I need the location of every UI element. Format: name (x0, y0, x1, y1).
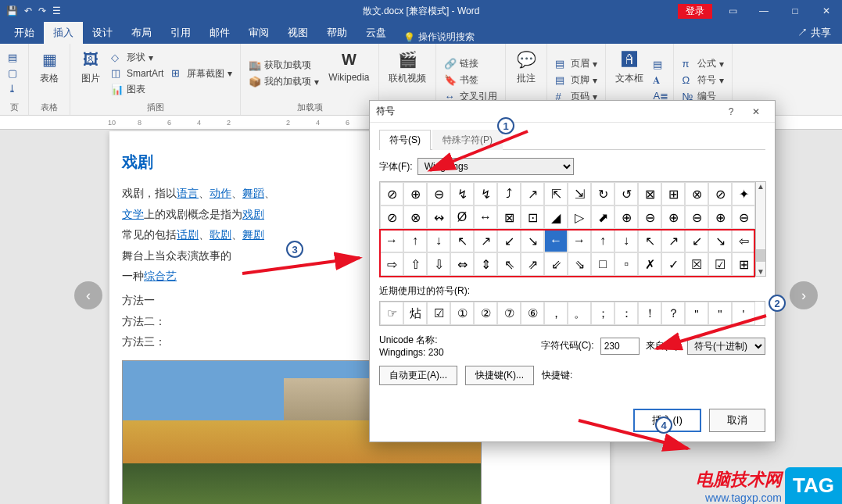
close-icon[interactable]: ✕ (811, 5, 842, 16)
symbol-cell[interactable]: ↖ (638, 229, 661, 252)
symbol-cell[interactable]: ↖ (450, 229, 474, 252)
symbol-cell[interactable]: ⊘ (708, 182, 732, 206)
tab-references[interactable]: 引用 (161, 22, 200, 44)
recent-symbol-cell[interactable]: 炶 (403, 302, 427, 325)
symbol-cell[interactable]: □ (591, 252, 614, 276)
symbol-cell[interactable]: ⊘ (380, 182, 403, 206)
symbol-cell[interactable]: ↑ (591, 229, 614, 252)
tab-insert[interactable]: 插入 (44, 22, 83, 44)
tell-me-search[interactable]: 💡 操作说明搜索 (403, 30, 475, 44)
symbol-cell[interactable]: ◢ (544, 206, 568, 229)
maximize-icon[interactable]: □ (779, 5, 811, 16)
table-button[interactable]: ▦ 表格 (35, 47, 63, 100)
symbol-cell[interactable]: ↓ (427, 229, 450, 252)
tab-cloud[interactable]: 云盘 (357, 22, 396, 44)
help-icon[interactable]: ? (718, 106, 743, 117)
recent-symbol-cell[interactable]: 。 (568, 302, 591, 325)
symbol-cell[interactable]: ⊕ (614, 206, 638, 229)
link-button[interactable]: 🔗链接 (442, 56, 499, 71)
symbol-cell[interactable]: ↗ (521, 182, 544, 206)
symbol-cell[interactable]: ⇧ (403, 252, 427, 276)
symbol-cell[interactable]: ▫ (614, 252, 638, 276)
quickparts-icon[interactable]: ▤ (651, 58, 667, 72)
symbol-cell[interactable]: ⇔ (450, 252, 474, 276)
tab-layout[interactable]: 布局 (122, 22, 161, 44)
dialog-close-icon[interactable]: ✕ (743, 106, 769, 117)
tab-help[interactable]: 帮助 (317, 22, 357, 44)
symbol-cell[interactable]: ▷ (568, 206, 591, 229)
symbol-cell[interactable]: ↘ (708, 229, 732, 252)
symbol-cell[interactable]: ✗ (638, 252, 661, 276)
symbol-cell[interactable]: ↘ (521, 229, 544, 252)
chart-button[interactable]: 📊图表 (109, 82, 165, 97)
symbol-cell[interactable]: ↯ (450, 182, 474, 206)
prev-image-icon[interactable]: ‹ (74, 281, 102, 309)
shapes-button[interactable]: ◇形状 ▾ (109, 50, 165, 65)
symbol-cell[interactable]: ↯ (474, 182, 497, 206)
wikipedia-button[interactable]: W Wikipedia (325, 47, 372, 100)
recent-symbol-cell[interactable]: ⑥ (521, 302, 544, 325)
symbol-cell[interactable]: ⊖ (427, 182, 450, 206)
bookmark-button[interactable]: 🔖书签 (442, 73, 499, 88)
smartart-button[interactable]: ◫SmartArt (109, 66, 165, 80)
symbol-cell[interactable]: ↙ (685, 229, 708, 252)
symbol-cell[interactable]: ↻ (591, 182, 614, 206)
symbol-cell[interactable]: ✦ (732, 182, 755, 206)
symbol-cell[interactable]: ⊠ (497, 206, 521, 229)
symbol-cell[interactable]: ⊞ (732, 252, 755, 276)
cancel-button[interactable]: 取消 (709, 409, 765, 432)
symbol-cell[interactable]: ⇦ (732, 229, 755, 252)
minimize-icon[interactable]: — (748, 5, 779, 16)
symbol-cell[interactable]: ⊗ (403, 206, 427, 229)
symbol-cell[interactable]: ↺ (614, 182, 638, 206)
symbol-cell[interactable]: ← (544, 229, 568, 252)
autocorrect-button[interactable]: 自动更正(A)... (379, 366, 457, 385)
symbol-cell[interactable]: ☑ (708, 252, 732, 276)
symbol-cell[interactable]: ↗ (474, 229, 497, 252)
recent-symbol-cell[interactable]: ☑ (427, 302, 450, 325)
blank-page-button[interactable]: ▢ (6, 66, 22, 80)
symbol-cell[interactable]: ⤴ (497, 182, 521, 206)
symbol-cell[interactable]: ⊕ (403, 182, 427, 206)
symbol-cell[interactable]: ⇲ (568, 182, 591, 206)
symbol-cell[interactable]: ↭ (427, 206, 450, 229)
char-code-input[interactable] (600, 338, 640, 355)
recent-symbol-cell[interactable]: ② (474, 302, 497, 325)
recent-symbol-cell[interactable]: ⑦ (497, 302, 521, 325)
symbol-cell[interactable]: Ø (450, 206, 474, 229)
ribbon-options-icon[interactable]: ▭ (717, 5, 748, 16)
tab-design[interactable]: 设计 (83, 22, 122, 44)
cover-page-button[interactable]: ▤ (6, 51, 22, 65)
screenshot-button[interactable]: ⊞屏幕截图 ▾ (170, 66, 234, 81)
wordart-icon[interactable]: 𝐀 (651, 73, 667, 88)
symbol-cell[interactable]: ⇖ (497, 252, 521, 276)
undo-icon[interactable]: ↶ (24, 5, 32, 16)
symbol-cell[interactable]: ✓ (661, 252, 685, 276)
symbol-cell[interactable]: ⊕ (708, 206, 732, 229)
login-button[interactable]: 登录 (678, 4, 712, 19)
symbol-cell[interactable]: ⊠ (638, 182, 661, 206)
symbol-cell[interactable]: ↓ (614, 229, 638, 252)
symbol-cell[interactable]: ⇘ (568, 252, 591, 276)
tab-home[interactable]: 开始 (5, 22, 44, 44)
symbol-cell[interactable]: ⊕ (661, 206, 685, 229)
symbol-cell[interactable]: ⬈ (591, 206, 614, 229)
recent-symbol-cell[interactable]: ☞ (380, 302, 403, 325)
save-icon[interactable]: 💾 (6, 5, 18, 16)
redo-icon[interactable]: ↷ (38, 5, 46, 16)
symbol-cell[interactable]: ↗ (661, 229, 685, 252)
footer-button[interactable]: ▤页脚 ▾ (554, 73, 599, 88)
symbol-cell[interactable]: ⊘ (380, 206, 403, 229)
touch-mode-icon[interactable]: ☰ (52, 5, 61, 16)
symbol-button[interactable]: Ω符号 ▾ (680, 73, 726, 88)
symbol-cell[interactable]: → (380, 229, 403, 252)
symbol-cell[interactable]: ⊗ (685, 182, 708, 206)
tab-mailings[interactable]: 邮件 (200, 22, 239, 44)
recent-symbol-cell[interactable]: ① (450, 302, 474, 325)
symbol-cell[interactable]: ⊖ (685, 206, 708, 229)
symbol-cell[interactable]: ⊞ (661, 182, 685, 206)
recent-symbol-cell[interactable]: ： (614, 302, 638, 325)
symbol-grid[interactable]: ⊘⊕⊖↯↯⤴↗⇱⇲↻↺⊠⊞⊗⊘✦⊘⊗↭Ø↔⊠⊡◢▷⬈⊕⊖⊕⊖⊕⊖→↑↓↖↗↙↘←… (379, 181, 756, 277)
symbol-cell[interactable]: ⊖ (732, 206, 755, 229)
pictures-button[interactable]: 🖼 图片 (77, 47, 105, 100)
